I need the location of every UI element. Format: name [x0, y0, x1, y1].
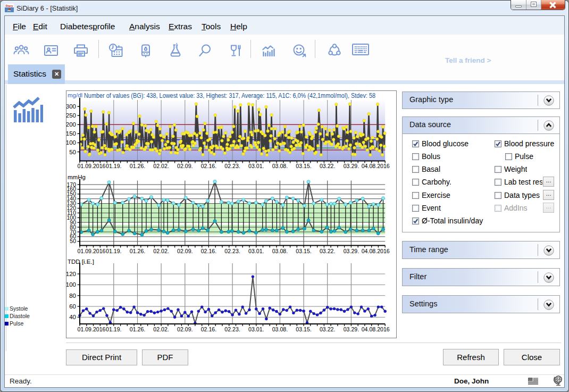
- svg-text:02.16.: 02.16.: [201, 163, 216, 169]
- svg-text:03.22.: 03.22.: [320, 248, 335, 254]
- svg-text:250: 250: [66, 112, 76, 119]
- svg-text:150: 150: [66, 130, 76, 137]
- svg-text:03.08.: 03.08.: [272, 163, 288, 169]
- svg-text:02.23.: 02.23.: [224, 326, 240, 332]
- svg-text:01.26.: 01.26.: [130, 326, 145, 332]
- svg-text:02.16.: 02.16.: [201, 326, 216, 332]
- svg-text:40: 40: [69, 314, 76, 320]
- svg-text:01.09.2016: 01.09.2016: [77, 248, 105, 254]
- svg-text:03.29.: 03.29.: [344, 163, 359, 169]
- svg-text:50: 50: [69, 149, 76, 155]
- svg-text:03.08.: 03.08.: [272, 248, 288, 254]
- svg-text:03.01.: 03.01.: [248, 326, 264, 332]
- svg-text:80: 80: [69, 293, 76, 299]
- svg-text:01.26.: 01.26.: [130, 163, 145, 169]
- svg-text:03.15.: 03.15.: [296, 326, 311, 332]
- svg-text:04.08.2016: 04.08.2016: [362, 248, 390, 254]
- svg-text:01.09.2016: 01.09.2016: [77, 163, 105, 169]
- svg-text:02.16.: 02.16.: [201, 248, 216, 254]
- svg-text:01.09.2016: 01.09.2016: [77, 326, 105, 332]
- svg-text:100: 100: [66, 139, 76, 146]
- svg-text:Number of values (BG): 438, Lo: Number of values (BG): 438, Lowest value…: [84, 92, 375, 99]
- svg-text:200: 200: [66, 121, 76, 128]
- svg-text:60: 60: [69, 303, 76, 310]
- svg-text:02.02.: 02.02.: [153, 163, 169, 169]
- svg-text:01.26.: 01.26.: [130, 248, 145, 254]
- svg-text:02.09.: 02.09.: [177, 326, 193, 332]
- svg-text:02.09.: 02.09.: [177, 163, 193, 169]
- svg-text:300: 300: [66, 103, 76, 110]
- svg-text:03.29.: 03.29.: [344, 326, 359, 332]
- svg-text:TDD [i.E.]: TDD [i.E.]: [68, 258, 94, 265]
- svg-text:04.08.2016: 04.08.2016: [362, 326, 390, 332]
- svg-text:03.22.: 03.22.: [320, 163, 335, 169]
- svg-text:170: 170: [66, 181, 76, 188]
- svg-text:01.19.: 01.19.: [106, 248, 121, 254]
- svg-text:02.23.: 02.23.: [224, 163, 240, 169]
- svg-text:02.02.: 02.02.: [153, 248, 169, 254]
- svg-text:01.19.: 01.19.: [106, 326, 121, 332]
- svg-text:03.29.: 03.29.: [344, 248, 359, 254]
- svg-text:02.02.: 02.02.: [153, 326, 169, 332]
- svg-text:mmHg: mmHg: [68, 174, 86, 180]
- svg-text:03.08.: 03.08.: [272, 326, 288, 332]
- svg-text:120: 120: [66, 271, 76, 277]
- svg-text:03.22.: 03.22.: [320, 326, 335, 332]
- svg-text:03.15.: 03.15.: [296, 248, 311, 254]
- svg-text:100: 100: [66, 281, 76, 288]
- svg-text:03.15.: 03.15.: [296, 163, 311, 169]
- svg-text:02.23.: 02.23.: [224, 248, 240, 254]
- svg-text:04.08.2016: 04.08.2016: [362, 163, 390, 169]
- svg-text:01.19.: 01.19.: [106, 163, 121, 169]
- svg-text:03.01.: 03.01.: [248, 248, 264, 254]
- svg-text:Diary: Diary: [6, 4, 14, 7]
- svg-text:02.09.: 02.09.: [177, 248, 193, 254]
- svg-text:03.01.: 03.01.: [248, 163, 264, 169]
- svg-text:mg/dl: mg/dl: [68, 92, 82, 98]
